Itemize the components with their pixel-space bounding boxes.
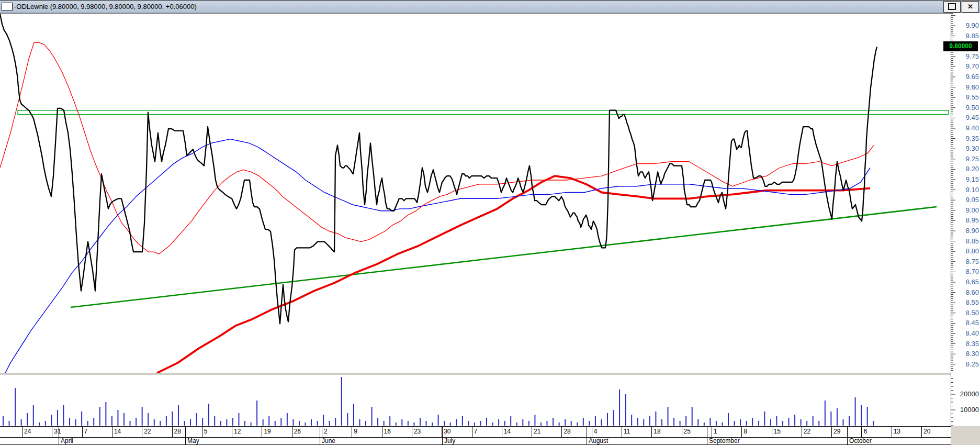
date-label-cell: 12 — [232, 427, 262, 437]
last-price-badge: 9.80000 — [943, 41, 978, 51]
window-title: -ODLewnie (9.80000, 9.98000, 9.80000, 9.… — [14, 3, 197, 10]
date-label-cell: 14 — [502, 427, 532, 437]
volume-axis-label: 20000 — [953, 391, 979, 398]
date-label-cell: 19 — [262, 427, 291, 437]
month-boundary-separator — [442, 427, 443, 437]
month-boundary-separator — [320, 427, 320, 437]
price-axis-label: 9.35 — [953, 135, 979, 142]
resistance-channel — [18, 110, 949, 115]
price-chart-pane[interactable] — [0, 13, 951, 373]
date-label-cell: 4 — [592, 427, 622, 437]
date-label-cell: 9 — [352, 427, 381, 437]
date-label-cell: 7 — [472, 427, 502, 437]
month-boundary-separator — [587, 427, 587, 437]
date-label-cell: 31 — [52, 427, 82, 437]
maximize-button[interactable] — [943, 1, 961, 13]
month-axis-row: AprilMayJuneJulyAugustSeptemberOctober — [0, 438, 951, 445]
volume-pane[interactable] — [0, 375, 951, 426]
price-axis-label: 8.65 — [953, 279, 979, 286]
support-trendline — [71, 207, 937, 307]
price-axis-label: 9.20 — [953, 165, 979, 173]
price-axis-label: 8.85 — [953, 238, 979, 245]
price-axis-label: 9.30 — [953, 145, 979, 152]
date-axis-row: 2431714222851219262916233071421284111825… — [0, 426, 951, 438]
price-axis-label: 9.65 — [953, 73, 979, 81]
month-label-cell: April — [59, 438, 185, 444]
price-axis-label: 8.35 — [953, 340, 979, 348]
month-boundary-separator — [707, 427, 707, 437]
close-price-line — [0, 14, 877, 324]
month-boundary-separator — [847, 427, 848, 437]
month-boundary-separator — [185, 427, 186, 437]
ma-short-red-line — [0, 42, 874, 254]
month-label-cell: May — [185, 438, 320, 444]
date-label-cell: 21 — [532, 427, 561, 437]
ma-long-blue-line — [4, 139, 870, 373]
date-label-cell: 15 — [772, 427, 802, 437]
date-label-cell: 2 — [322, 427, 352, 437]
month-label-cell: October — [847, 438, 951, 444]
month-boundary-separator — [59, 427, 59, 437]
close-icon: ✕ — [967, 3, 973, 10]
date-label-cell: 6 — [861, 427, 891, 437]
date-label-cell: 26 — [292, 427, 322, 437]
price-axis-label: 8.45 — [953, 319, 979, 327]
price-axis-label: 8.55 — [953, 299, 979, 306]
date-label-cell: 22 — [802, 427, 831, 437]
price-axis-label: 9.70 — [953, 63, 979, 70]
date-label-cell: 20 — [921, 427, 951, 437]
price-axis-label: 8.70 — [953, 268, 979, 275]
date-label-cell: 11 — [622, 427, 651, 437]
date-label-cell: 5 — [202, 427, 232, 437]
date-label-cell: 7 — [82, 427, 112, 437]
window-menu-icon[interactable] — [2, 3, 13, 10]
price-axis-label: 9.90 — [953, 22, 979, 29]
bottom-right-filler — [951, 426, 980, 445]
month-label-cell: September — [707, 438, 847, 444]
date-label-cell: 24 — [22, 427, 52, 437]
price-axis-label: 8.30 — [953, 350, 979, 358]
date-label-cell: 16 — [382, 427, 412, 437]
volume-axis-label: 10000 — [953, 406, 979, 414]
price-axis-label: 8.80 — [953, 248, 979, 255]
date-label-cell: 18 — [651, 427, 681, 437]
price-axis-label: 8.60 — [953, 289, 979, 296]
ma-long-red-thick-line — [157, 176, 870, 373]
date-label-cell: 30 — [442, 427, 471, 437]
price-axis-label: 9.15 — [953, 176, 979, 183]
price-axis-label: 9.40 — [953, 125, 979, 132]
date-label-cell: 8 — [741, 427, 771, 437]
price-axis-label: 9.25 — [953, 155, 979, 163]
price-axis-label: 8.50 — [953, 309, 979, 317]
month-label-cell: June — [320, 438, 442, 444]
date-label-cell: 29 — [831, 427, 861, 437]
price-axis-label: 9.05 — [953, 196, 979, 204]
price-axis-label: 8.90 — [953, 227, 979, 235]
price-axis-label: 8.40 — [953, 330, 979, 337]
price-axis-label: 9.55 — [953, 94, 979, 101]
price-axis-label: 9.10 — [953, 186, 979, 194]
date-label-cell: 23 — [412, 427, 442, 437]
price-axis-label: 8.95 — [953, 217, 979, 224]
close-button[interactable]: ✕ — [962, 1, 979, 13]
volume-bars-svg — [0, 375, 951, 426]
price-axis-label: 8.75 — [953, 258, 979, 265]
date-label-cell: 13 — [892, 427, 921, 437]
date-label-cell: 1 — [712, 427, 741, 437]
chart-window: -ODLewnie (9.80000, 9.98000, 9.80000, 9.… — [0, 0, 980, 445]
date-label-cell: 28 — [561, 427, 591, 437]
right-axis[interactable]: 9.909.859.759.709.659.609.559.509.459.40… — [951, 13, 980, 445]
date-label-cell: 14 — [112, 427, 142, 437]
price-axis-label: 9.50 — [953, 104, 979, 112]
price-axis-label: 8.25 — [953, 361, 979, 368]
month-label-cell: July — [442, 438, 587, 444]
window-titlebar[interactable]: -ODLewnie (9.80000, 9.98000, 9.80000, 9.… — [0, 1, 980, 13]
price-axis-label: 9.00 — [953, 207, 979, 214]
date-label-cell: 28 — [172, 427, 202, 437]
maximize-icon — [948, 3, 956, 10]
date-label-cell: 22 — [142, 427, 172, 437]
month-label-cell: August — [587, 438, 707, 444]
price-axis-label: 9.45 — [953, 114, 979, 121]
price-axis-label: 9.85 — [953, 32, 979, 40]
price-chart-svg — [0, 14, 951, 373]
